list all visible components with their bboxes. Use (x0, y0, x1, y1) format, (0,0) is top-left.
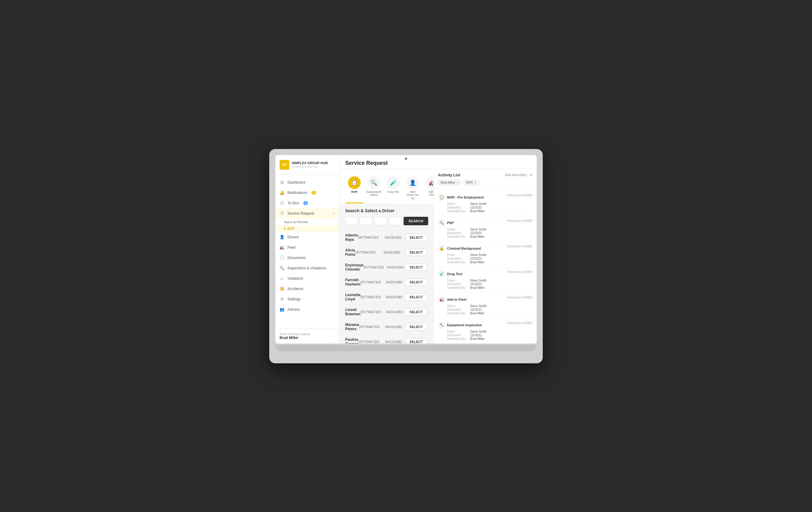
mvr-label: MVR (351, 190, 357, 194)
submitted-by-label: Submitted By: (447, 286, 468, 289)
sidebar-item-dashboard[interactable]: ⊞ Dashboard (275, 177, 339, 188)
drivers-list: Alberto Raya 25779467323 04/23/1982 SELE… (345, 230, 427, 344)
driver-name: Enyinnaya Chinedu (345, 263, 364, 272)
service-icon-background-check[interactable]: 🔍 Background Check (365, 174, 383, 203)
activity-item-header: 🚛 Add to Fleet Reference #29486 (438, 296, 532, 303)
sidebar-item-accidents[interactable]: 💥 Accidents (275, 284, 339, 294)
driver-value: Steve Smith (470, 279, 487, 282)
search-button[interactable]: SEARCH (404, 217, 428, 225)
service-icon-mvr[interactable]: 📋 MVR (345, 174, 364, 203)
select-driver-button[interactable]: SELECT (405, 279, 427, 286)
sidebar-item-label: Documents (288, 256, 306, 260)
driver-name: Paulina Gayoso (345, 338, 358, 344)
driver-name: Marama Petera (345, 322, 359, 331)
select-driver-button[interactable]: SELECT (405, 249, 427, 256)
driver-dob: 04/23/1982 (385, 340, 405, 344)
activity-type-icon: 🚛 (438, 296, 445, 303)
sidebar-item-notifications[interactable]: 🔔 Notifications 1 (275, 188, 339, 198)
driver-label: Driver: (447, 304, 468, 308)
driver-value: Steve Smith (470, 202, 487, 205)
activity-name-row: 🔧 Equipment Inspection (438, 321, 482, 329)
add-fleet-label: Add to Fleet (426, 190, 433, 197)
sidebar-item-inspections[interactable]: 🔍 Inspections & Violations (275, 263, 339, 273)
violations-icon: ⚠ (280, 276, 285, 281)
user-name: Brad Miller (280, 336, 331, 340)
documents-icon: 📄 (280, 255, 285, 260)
activity-name-row: 🚛 Add to Fleet (438, 296, 466, 303)
license-wrap: 🔍 (374, 217, 386, 225)
table-row: Enyinnaya Chinedu 25779467323 04/23/1982… (345, 260, 427, 275)
driver-license: 25779467323 (360, 295, 386, 299)
user-profile[interactable]: Texas Trucking Company Brad Miller › (275, 329, 339, 344)
filter-tag: Brad Miller✕ (438, 180, 462, 186)
submitted-label: Submitted: (447, 231, 468, 235)
service-icon-new-driver[interactable]: 👤 New Driver Set Up (404, 174, 422, 203)
sidebar-item-service-request[interactable]: 🗒 Service Request ▾ (275, 208, 339, 219)
select-driver-button[interactable]: SELECT (405, 323, 427, 331)
background-check-icon: 🔍 (368, 176, 380, 189)
sidebar-item-label: Accidents (288, 287, 303, 291)
service-icon-drug-test[interactable]: 🧪 Drug Test (384, 174, 402, 203)
driver-license: 25779467323 (359, 325, 385, 329)
select-driver-button[interactable]: SELECT (405, 234, 427, 241)
remove-filter-button[interactable]: ✕ (457, 181, 459, 184)
submitted-by-detail-row: Submitted By: Brad Miller (447, 312, 532, 315)
sort-control[interactable]: Date Ascending ↑ ⚙ (505, 173, 532, 177)
driver-detail-row: Driver: Steve Smith (447, 253, 532, 257)
driver-label: Driver: (447, 202, 468, 205)
activity-name: Criminal Background (447, 247, 481, 250)
submitted-by-detail-row: Submitted By: Brad Miller (447, 209, 532, 213)
sidebar-item-documents[interactable]: 📄 Documents (275, 253, 339, 263)
activity-item-header: 🧪 Drug Test Reference #29486 (438, 270, 532, 278)
driver-name: Linzell Bowman (345, 308, 360, 316)
activity-header: Activity List Date Ascending ↑ ⚙ Brad Mi… (434, 169, 537, 188)
select-driver-button[interactable]: SELECT (405, 293, 427, 301)
select-driver-button[interactable]: SELECT (405, 308, 427, 316)
sidebar-item-label: To-Dos (288, 201, 299, 205)
submitted-detail-row: Submitted: 12/10/21 (447, 231, 532, 235)
license-input[interactable] (374, 217, 386, 225)
sidebar-item-label: Inspections & Violations (288, 266, 326, 270)
table-row: Alicia Puma 25779467323 04/23/1982 SELEC… (345, 245, 427, 260)
submitted-by-detail-row: Submitted By: Brad Miller (447, 261, 532, 264)
dob-input[interactable] (389, 217, 401, 225)
sidebar-item-taxes-permits[interactable]: Taxes & Permits (275, 219, 339, 225)
sidebar-item-drivers[interactable]: 👤 Drivers (275, 232, 339, 242)
logo-text: SIMPLEX GROUP HUB (292, 161, 327, 165)
sidebar-item-violations[interactable]: ⚠ Violations (275, 273, 339, 284)
driver-detail-row: Driver: Steve Smith (447, 330, 532, 333)
new-driver-icon: 👤 (406, 176, 419, 189)
submitted-by-label: Submitted By: (447, 261, 468, 264)
last-name-input[interactable] (360, 217, 372, 225)
sidebar-item-todos[interactable]: ☑ To-Dos 4 (275, 198, 339, 208)
user-info: Texas Trucking Company Brad Miller (280, 333, 331, 340)
new-driver-label: New Driver Set Up (407, 190, 419, 200)
submitted-value: 12/10/21 (470, 282, 482, 286)
activity-item: 🧪 Drug Test Reference #29486 Driver: Ste… (438, 267, 532, 293)
table-row: Marama Petera 25779467323 04/23/1982 SEL… (345, 319, 427, 335)
left-panel: 📋 MVR 🔍 Background Check 🧪 Drug Test (339, 169, 433, 344)
submitted-value: 12/10/21 (470, 257, 482, 260)
sidebar-item-dot[interactable]: DOT (275, 225, 339, 232)
submitted-by-value: Brad Miller (470, 261, 485, 264)
activity-name-row: 🔍 PSP (438, 219, 454, 227)
driver-dob: 04/23/1982 (386, 295, 405, 299)
sidebar-item-fleet[interactable]: 🚛 Fleet (275, 242, 339, 253)
sidebar-item-settings[interactable]: ⚙ Settings (275, 294, 339, 304)
activity-details: Driver: Steve Smith Submitted: 12/10/21 … (438, 304, 532, 315)
logo-icon: SG (280, 160, 289, 170)
sidebar: SG SIMPLEX GROUP HUB COMPANY PORTAL ⊞ Da… (275, 155, 339, 344)
activity-item: 🔒 Criminal Background Reference #29486 D… (438, 242, 532, 267)
select-driver-button[interactable]: SELECT (405, 264, 427, 271)
sidebar-item-admins[interactable]: 👥 Admins (275, 304, 339, 315)
remove-filter-button[interactable]: ✕ (474, 181, 476, 184)
first-name-input[interactable] (345, 217, 357, 225)
dashboard-icon: ⊞ (280, 180, 285, 185)
sidebar-item-label: Service Request (288, 211, 314, 216)
activity-list: 📋 MVR - Pre Employment Reference #29486 … (434, 188, 537, 344)
sidebar-item-label: Drivers (288, 235, 299, 239)
service-icon-add-fleet[interactable]: 🚛 Add to Fleet (423, 174, 433, 203)
select-driver-button[interactable]: SELECT (405, 338, 427, 344)
activity-type-icon: 📋 (438, 194, 445, 201)
activity-name-row: 🔒 Criminal Background (438, 245, 481, 252)
